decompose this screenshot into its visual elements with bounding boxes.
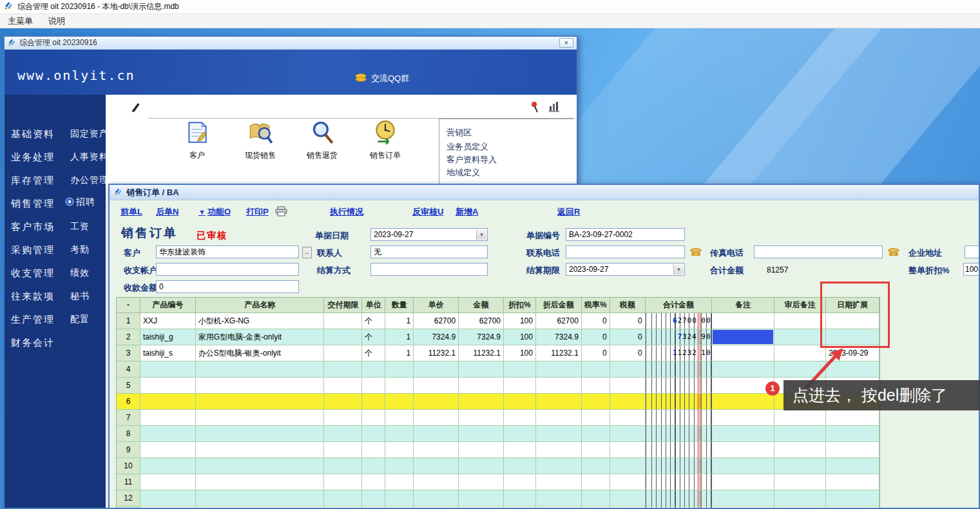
- cell-name[interactable]: 家用G型电脑-金奥-onlyit: [196, 329, 325, 345]
- selected-cell[interactable]: [713, 330, 773, 344]
- cell-price[interactable]: 7324.9: [414, 329, 459, 345]
- list-item-region-def[interactable]: 地域定义: [447, 167, 480, 178]
- sidebar-item-inventory[interactable]: 库存管理: [11, 175, 55, 187]
- settle-due-combo[interactable]: 2023-09-27 ▼: [566, 263, 685, 276]
- cell-date_ext[interactable]: [826, 410, 879, 426]
- cell-deliver[interactable]: [324, 378, 362, 394]
- combo-button[interactable]: ▼: [476, 229, 486, 240]
- cell-num[interactable]: 1: [117, 313, 140, 329]
- close-button[interactable]: ×: [559, 38, 573, 48]
- phone-icon[interactable]: ☎: [689, 246, 702, 258]
- cell-name[interactable]: [196, 378, 325, 394]
- cell-code[interactable]: taishiji_g: [140, 329, 196, 345]
- menu-item-help[interactable]: 说明: [41, 15, 73, 27]
- discount-input[interactable]: [963, 263, 980, 276]
- cell-code[interactable]: [140, 458, 196, 474]
- col-header-deliver[interactable]: 交付期限: [324, 298, 362, 313]
- cell-deliver[interactable]: [324, 506, 362, 509]
- cell-note[interactable]: [712, 458, 774, 474]
- cell-date_ext[interactable]: [826, 474, 879, 490]
- col-header-qty[interactable]: 数量: [385, 298, 414, 313]
- col-header-post_note[interactable]: 审后备注: [774, 298, 826, 313]
- sidebar-item-business[interactable]: 业务处理: [11, 151, 55, 164]
- cell-price[interactable]: [414, 410, 459, 426]
- sidebar-item-customer[interactable]: 客户市场: [11, 221, 55, 233]
- cell-unit[interactable]: 个: [362, 313, 385, 329]
- cell-num[interactable]: [117, 506, 140, 509]
- sidebar-item-performance[interactable]: 绩效: [70, 267, 90, 279]
- cell-price[interactable]: [414, 394, 459, 410]
- cell-tax_rate[interactable]: [582, 506, 610, 509]
- cell-disc_amount[interactable]: [536, 410, 582, 426]
- cell-total[interactable]: [646, 506, 713, 509]
- cell-discount[interactable]: [504, 458, 536, 474]
- cell-tax_rate[interactable]: [582, 442, 610, 458]
- cell-name[interactable]: [196, 361, 325, 378]
- cell-tax[interactable]: [610, 426, 646, 442]
- cell-qty[interactable]: [385, 474, 414, 490]
- cell-num[interactable]: 6: [117, 394, 140, 410]
- cell-unit[interactable]: [362, 378, 385, 394]
- cell-num[interactable]: 11: [117, 474, 140, 490]
- sidebar-item-office[interactable]: 办公管理: [70, 175, 109, 186]
- col-header-discount[interactable]: 折扣%: [504, 298, 536, 313]
- cell-total[interactable]: [646, 361, 713, 378]
- col-header-unit[interactable]: 单位: [362, 298, 385, 313]
- cell-tax_rate[interactable]: 0: [582, 313, 610, 329]
- toolbar-function-button[interactable]: ▼功能O: [198, 206, 231, 218]
- settle-method-input[interactable]: [370, 263, 488, 276]
- cell-name[interactable]: 小型机-XG-NG: [196, 313, 325, 329]
- col-header-price[interactable]: 单价: [414, 298, 459, 313]
- doc-no-input[interactable]: [566, 228, 685, 241]
- cell-post_note[interactable]: [774, 474, 826, 490]
- cell-discount[interactable]: [504, 378, 536, 394]
- cell-tax[interactable]: [610, 506, 646, 509]
- list-item-marketing-area[interactable]: 营销区: [447, 127, 472, 139]
- cell-code[interactable]: [140, 474, 196, 490]
- cell-price[interactable]: 11232.1: [414, 345, 459, 361]
- cell-discount[interactable]: 100: [504, 329, 536, 345]
- cell-total[interactable]: [646, 394, 713, 410]
- sidebar-item-production[interactable]: 生产管理: [11, 314, 55, 326]
- cell-disc_amount[interactable]: [536, 426, 582, 442]
- sidebar-item-fixed-assets[interactable]: 固定资产: [70, 128, 109, 140]
- cell-amount[interactable]: [459, 490, 504, 506]
- account-input[interactable]: [156, 263, 299, 276]
- cell-num[interactable]: 3: [117, 345, 140, 361]
- cell-date_ext[interactable]: [826, 490, 879, 506]
- col-header-tax[interactable]: 税额: [610, 298, 646, 313]
- cell-code[interactable]: [140, 378, 196, 394]
- cell-deliver[interactable]: [324, 490, 362, 506]
- cell-disc_amount[interactable]: [536, 361, 582, 378]
- cell-post_note[interactable]: [774, 410, 826, 426]
- cell-code[interactable]: [140, 361, 196, 378]
- fax-input[interactable]: [754, 245, 883, 258]
- shortcut-sales-order[interactable]: 销售订单: [364, 119, 407, 161]
- cell-deliver[interactable]: [324, 329, 362, 345]
- toolbar-print-button[interactable]: 打印P: [246, 206, 269, 218]
- cell-deliver[interactable]: [324, 474, 362, 490]
- cell-name[interactable]: [196, 442, 325, 458]
- cell-post_note[interactable]: [774, 506, 826, 509]
- cell-price[interactable]: [414, 442, 459, 458]
- cell-amount[interactable]: [459, 410, 504, 426]
- cell-qty[interactable]: [385, 361, 414, 378]
- cell-total[interactable]: [646, 426, 713, 442]
- cell-num[interactable]: 10: [117, 458, 140, 474]
- cell-qty[interactable]: 1: [385, 313, 414, 329]
- cell-disc_amount[interactable]: [536, 474, 582, 490]
- cell-unit[interactable]: [362, 506, 385, 509]
- cell-code[interactable]: taishiji_s: [140, 345, 196, 361]
- cell-amount[interactable]: 11232.1: [459, 345, 504, 361]
- toolbar-next-button[interactable]: 后单N: [156, 206, 178, 218]
- cell-amount[interactable]: [459, 506, 504, 509]
- cell-num[interactable]: 9: [117, 442, 140, 458]
- cell-qty[interactable]: [385, 410, 414, 426]
- cell-num[interactable]: 2: [117, 329, 140, 345]
- cell-discount[interactable]: [504, 490, 536, 506]
- cell-unit[interactable]: [362, 426, 385, 442]
- toolbar-exec-status-button[interactable]: 执行情况: [330, 206, 363, 218]
- cell-post_note[interactable]: [774, 458, 826, 474]
- sidebar-item-income[interactable]: 收支管理: [11, 267, 55, 280]
- cell-date_ext[interactable]: [826, 458, 879, 474]
